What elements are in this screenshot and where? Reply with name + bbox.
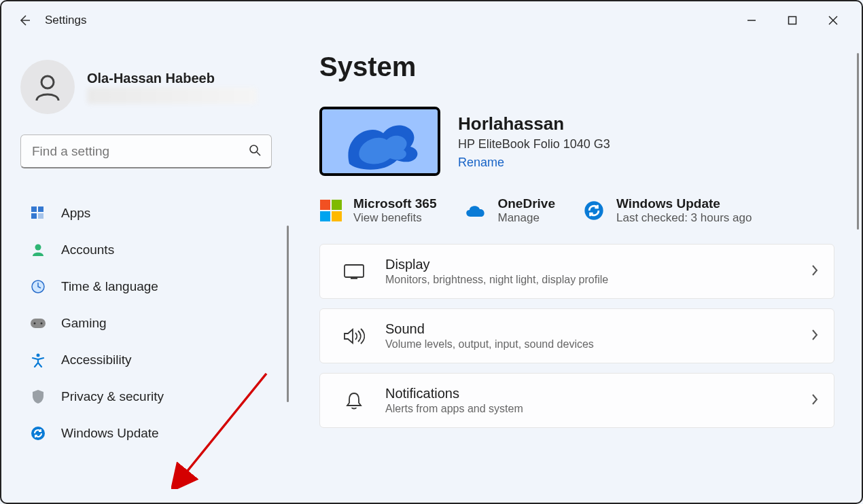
card-sub: Volume levels, output, input, sound devi… bbox=[385, 338, 811, 350]
sidebar-item-accounts[interactable]: Accounts bbox=[20, 232, 272, 268]
titlebar: Settings bbox=[1, 1, 862, 39]
svg-point-15 bbox=[41, 323, 43, 325]
card-display[interactable]: Display Monitors, brightness, night ligh… bbox=[319, 244, 834, 299]
tile-sub: Last checked: 3 hours ago bbox=[616, 211, 752, 225]
tile-title: Microsoft 365 bbox=[353, 196, 436, 211]
clock-globe-icon bbox=[30, 278, 46, 295]
sidebar-item-privacy-security[interactable]: Privacy & security bbox=[20, 379, 272, 414]
svg-point-19 bbox=[584, 201, 603, 219]
svg-rect-1 bbox=[789, 17, 796, 24]
sidebar-item-label: Gaming bbox=[61, 316, 107, 331]
card-sub: Monitors, brightness, night light, displ… bbox=[385, 274, 811, 286]
device-thumbnail[interactable] bbox=[319, 107, 440, 176]
tile-onedrive[interactable]: OneDrive Manage bbox=[463, 196, 554, 225]
svg-point-11 bbox=[35, 245, 41, 251]
sound-icon bbox=[340, 327, 368, 345]
sidebar-item-accessibility[interactable]: Accessibility bbox=[20, 342, 272, 378]
accessibility-icon bbox=[30, 352, 46, 368]
avatar bbox=[20, 60, 75, 114]
svg-rect-8 bbox=[38, 206, 43, 212]
settings-cards: Display Monitors, brightness, night ligh… bbox=[319, 244, 834, 428]
tile-sub: Manage bbox=[497, 211, 554, 225]
display-icon bbox=[340, 264, 368, 279]
sidebar-item-gaming[interactable]: Gaming bbox=[20, 306, 272, 341]
maximize-icon bbox=[788, 16, 797, 25]
close-button[interactable] bbox=[813, 5, 853, 35]
account-name: Ola-Hassan Habeeb bbox=[87, 71, 272, 86]
tile-sub: View benefits bbox=[353, 211, 436, 225]
card-title: Display bbox=[385, 257, 811, 272]
minimize-icon bbox=[747, 16, 756, 25]
device-header: Horlahassan HP EliteBook Folio 1040 G3 R… bbox=[319, 107, 834, 176]
chevron-right-icon bbox=[811, 264, 819, 279]
tile-title: Windows Update bbox=[616, 196, 752, 211]
device-name: Horlahassan bbox=[458, 113, 610, 134]
sidebar: Ola-Hassan Habeeb Apps Accounts bbox=[20, 39, 292, 503]
sidebar-item-label: Accessibility bbox=[61, 353, 131, 367]
search-icon bbox=[249, 144, 261, 159]
update-icon bbox=[582, 199, 605, 222]
svg-rect-9 bbox=[31, 213, 37, 219]
back-button[interactable] bbox=[10, 5, 39, 35]
wallpaper-icon bbox=[322, 109, 438, 173]
microsoft-logo-icon bbox=[319, 199, 342, 222]
sidebar-nav: Apps Accounts Time & language Gaming bbox=[20, 196, 272, 451]
tile-microsoft365[interactable]: Microsoft 365 View benefits bbox=[319, 196, 436, 225]
arrow-left-icon bbox=[18, 14, 31, 27]
bell-icon bbox=[340, 391, 368, 410]
card-sound[interactable]: Sound Volume levels, output, input, soun… bbox=[319, 308, 834, 363]
svg-point-17 bbox=[31, 427, 45, 440]
gaming-icon bbox=[30, 315, 46, 331]
sidebar-item-label: Accounts bbox=[61, 242, 114, 257]
person-icon bbox=[33, 72, 63, 102]
svg-rect-13 bbox=[31, 319, 46, 328]
svg-point-16 bbox=[37, 354, 40, 357]
chevron-right-icon bbox=[811, 393, 819, 408]
card-sub: Alerts from apps and system bbox=[385, 403, 811, 415]
account-header[interactable]: Ola-Hassan Habeeb bbox=[20, 60, 272, 114]
main-content: System Horlahassan HP EliteBook Folio 10… bbox=[292, 39, 862, 503]
close-icon bbox=[828, 16, 838, 25]
maximize-button[interactable] bbox=[772, 5, 813, 35]
tile-title: OneDrive bbox=[497, 196, 554, 211]
svg-point-5 bbox=[250, 145, 258, 153]
accounts-icon bbox=[30, 242, 46, 258]
svg-point-14 bbox=[34, 323, 36, 325]
search-input[interactable] bbox=[20, 134, 272, 168]
card-title: Notifications bbox=[385, 386, 811, 401]
quick-tiles: Microsoft 365 View benefits OneDrive Man… bbox=[319, 196, 834, 225]
sidebar-item-apps[interactable]: Apps bbox=[20, 196, 272, 231]
sidebar-scrollbar[interactable] bbox=[287, 226, 289, 402]
page-title: System bbox=[319, 52, 834, 82]
card-title: Sound bbox=[385, 321, 811, 337]
svg-point-4 bbox=[41, 76, 54, 88]
svg-rect-10 bbox=[38, 213, 43, 219]
sidebar-item-label: Apps bbox=[61, 206, 90, 221]
apps-icon bbox=[30, 205, 46, 221]
svg-line-6 bbox=[257, 152, 260, 156]
cloud-icon bbox=[463, 199, 487, 222]
sidebar-item-label: Windows Update bbox=[61, 426, 159, 441]
tile-windows-update[interactable]: Windows Update Last checked: 3 hours ago bbox=[582, 196, 752, 225]
account-email-redacted bbox=[87, 88, 257, 104]
sidebar-item-label: Privacy & security bbox=[61, 389, 164, 404]
sidebar-item-time-language[interactable]: Time & language bbox=[20, 269, 272, 304]
main-scrollbar[interactable] bbox=[857, 53, 859, 230]
device-model: HP EliteBook Folio 1040 G3 bbox=[458, 137, 610, 151]
chevron-right-icon bbox=[811, 329, 819, 344]
minimize-button[interactable] bbox=[731, 5, 772, 35]
svg-rect-7 bbox=[31, 206, 37, 212]
update-icon bbox=[30, 425, 46, 442]
svg-rect-20 bbox=[345, 265, 364, 277]
search-container bbox=[20, 134, 272, 168]
app-title: Settings bbox=[45, 14, 86, 27]
shield-icon bbox=[30, 389, 46, 405]
sidebar-item-label: Time & language bbox=[61, 279, 158, 294]
sidebar-item-windows-update[interactable]: Windows Update bbox=[20, 416, 272, 451]
rename-link[interactable]: Rename bbox=[458, 156, 610, 170]
card-notifications[interactable]: Notifications Alerts from apps and syste… bbox=[319, 373, 834, 428]
